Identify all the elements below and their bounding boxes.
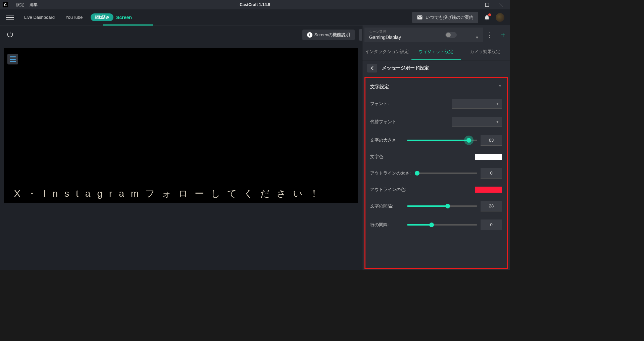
titlebar: C 設定 編集 CastCraft 1.14.9 [0, 0, 510, 9]
top-nav: Live Dashboard YouTube 起動済み Screen いつでも投… [0, 9, 510, 26]
slider-thumb[interactable] [445, 204, 450, 208]
preview-area: X・Instagramフォローしてください！ [0, 44, 362, 270]
tab-widget[interactable]: ウィジェット設定 [411, 44, 460, 60]
status-pill-started: 起動済み [91, 13, 113, 21]
letter-spacing-label: 文字の間隔: [370, 203, 404, 209]
letter-spacing-slider[interactable] [407, 205, 477, 207]
chevron-down-icon: ▾ [496, 119, 499, 124]
menu-settings[interactable]: 設定 [16, 2, 24, 8]
svg-rect-1 [485, 3, 489, 6]
tab-underline [103, 25, 153, 26]
notification-dot [488, 13, 491, 16]
tip-info-label: いつでも投げ銭のご案内 [426, 14, 474, 20]
app-logo: C [3, 2, 8, 7]
font-size-value[interactable]: 63 [481, 135, 502, 146]
feature-info-label: Screenの機能説明 [314, 32, 350, 38]
envelope-icon [417, 14, 423, 20]
outline-width-label: アウトラインの太さ: [370, 170, 414, 176]
slider-thumb[interactable] [429, 223, 434, 227]
font-label: フォント: [370, 101, 404, 107]
scene-more-button[interactable]: ⋮ [483, 31, 496, 39]
notifications-button[interactable] [484, 14, 490, 21]
chevron-left-icon [370, 66, 374, 70]
svg-rect-0 [472, 5, 476, 5]
menu-edit[interactable]: 編集 [30, 2, 38, 8]
plus-icon: + [501, 30, 505, 40]
right-panel: シーン選択 GamingDisplay ▾ ⋮ + インタラクション設定 ウィジ… [362, 26, 510, 270]
chevron-down-icon: ▾ [476, 35, 478, 40]
menu-icon[interactable] [5, 13, 15, 21]
nav-screen[interactable]: Screen [116, 15, 132, 20]
text-settings-highlight: 文字設定 ⌃ フォント: ▾ 代替フォント: ▾ 文字の大きさ: 63 [364, 77, 508, 269]
marquee-text: X・Instagramフォローしてください！ [14, 187, 326, 200]
feature-info-button[interactable]: i Screenの機能説明 [302, 30, 355, 40]
scene-select-label: シーン選択 [369, 30, 478, 34]
text-color-label: 文字色: [370, 154, 404, 160]
info-icon: i [307, 32, 312, 38]
text-color-swatch[interactable] [475, 154, 502, 160]
preview-canvas[interactable]: X・Instagramフォローしてください！ [4, 48, 358, 203]
outline-color-label: アウトラインの色: [370, 187, 414, 193]
scene-add-button[interactable]: + [496, 30, 510, 40]
outline-color-swatch[interactable] [475, 187, 502, 193]
font-size-slider[interactable] [407, 140, 477, 141]
scene-select-value: GamingDisplay [369, 35, 401, 40]
main-row: X・Instagramフォローしてください！ シーン選択 GamingDispl… [0, 44, 510, 270]
slider-thumb[interactable] [415, 171, 419, 176]
slider-thumb[interactable] [464, 136, 474, 145]
overlay-menu-icon[interactable] [7, 54, 18, 64]
section-title: 文字設定 [370, 84, 389, 90]
line-spacing-slider[interactable] [407, 224, 477, 226]
alt-font-dropdown[interactable]: ▾ [452, 117, 502, 127]
outline-width-value[interactable]: 0 [481, 168, 502, 179]
window-maximize-button[interactable] [480, 0, 494, 9]
line-spacing-label: 行の間隔: [370, 222, 404, 228]
app-title: CastCraft 1.14.9 [240, 2, 270, 7]
avatar[interactable] [496, 13, 504, 22]
window-close-button[interactable] [494, 0, 507, 9]
tab-interaction[interactable]: インタラクション設定 [362, 44, 411, 60]
nav-live-dashboard[interactable]: Live Dashboard [19, 15, 60, 20]
tip-info-button[interactable]: いつでも投げ銭のご案内 [412, 12, 478, 23]
nav-youtube[interactable]: YouTube [60, 15, 88, 20]
chevron-up-icon[interactable]: ⌃ [498, 84, 502, 90]
alt-font-label: 代替フォント: [370, 119, 404, 125]
kebab-icon: ⋮ [487, 31, 493, 39]
font-size-label: 文字の大きさ: [370, 138, 404, 143]
letter-spacing-value[interactable]: 28 [481, 201, 502, 211]
chevron-down-icon: ▾ [496, 101, 499, 106]
scene-select[interactable]: シーン選択 GamingDisplay ▾ [364, 28, 483, 42]
tab-camera[interactable]: カメラ効果設定 [461, 44, 510, 60]
line-spacing-value[interactable]: 0 [481, 220, 502, 230]
power-button[interactable] [7, 31, 13, 39]
panel-title: メッセージボード設定 [382, 65, 429, 71]
font-dropdown[interactable]: ▾ [452, 99, 502, 109]
outline-width-slider[interactable] [417, 173, 477, 174]
demo-message-toggle[interactable] [445, 32, 457, 38]
panel-back-button[interactable] [367, 64, 377, 72]
window-minimize-button[interactable] [467, 0, 480, 9]
